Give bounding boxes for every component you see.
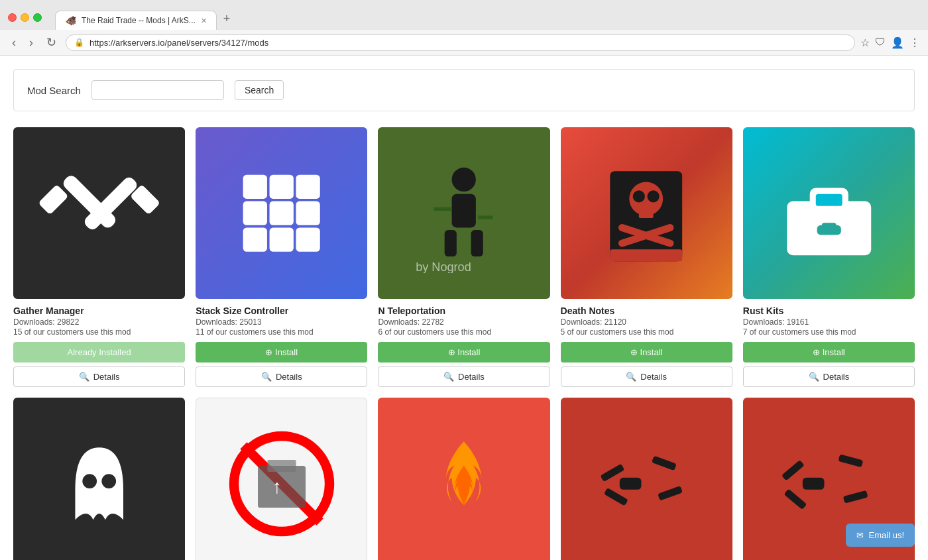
- ssl-icon: 🔒: [74, 38, 84, 47]
- mod-image-gather-manager: [13, 127, 185, 299]
- url-text: https://arkservers.io/panel/servers/3412…: [89, 38, 846, 48]
- bookmark-icon[interactable]: ☆: [860, 36, 870, 49]
- svg-rect-14: [452, 194, 476, 228]
- search-label: Mod Search: [27, 85, 81, 96]
- mod-downloads: Downloads: 21120: [561, 317, 732, 327]
- window-controls: [8, 13, 42, 22]
- mod-customers: 15 of our customers use this mod: [13, 327, 185, 337]
- navigation-bar: ‹ › ↻ 🔒 https://arkservers.io/panel/serv…: [0, 30, 928, 56]
- svg-point-34: [101, 474, 116, 488]
- search-button[interactable]: Search: [235, 80, 284, 100]
- svg-point-22: [633, 190, 645, 202]
- mod-image-rust-kits: [743, 127, 915, 299]
- mod-image-death-notes: [561, 127, 732, 299]
- mod-downloads: Downloads: 19161: [743, 317, 915, 327]
- tab-close-button[interactable]: ✕: [201, 17, 207, 25]
- plus-icon: ⊕: [265, 347, 275, 357]
- search-details-icon: 🔍: [261, 372, 272, 382]
- svg-rect-18: [479, 215, 493, 219]
- plus-icon: ⊕: [448, 347, 458, 357]
- search-details-icon: 🔍: [443, 372, 454, 382]
- svg-rect-17: [434, 207, 452, 211]
- svg-rect-48: [782, 460, 805, 481]
- new-tab-button[interactable]: +: [217, 8, 237, 30]
- svg-rect-24: [639, 211, 654, 218]
- svg-rect-11: [270, 227, 294, 251]
- svg-rect-41: [620, 478, 642, 490]
- mod-name: Death Notes: [561, 306, 732, 316]
- email-us-button[interactable]: ✉ Email us!: [846, 524, 915, 547]
- install-button[interactable]: ⊕ Install: [561, 342, 732, 363]
- svg-rect-50: [842, 490, 868, 504]
- search-input[interactable]: [91, 80, 224, 100]
- mod-downloads: Downloads: 25013: [196, 317, 367, 327]
- mod-image-remover-tool: [561, 398, 732, 560]
- install-button[interactable]: ⊕ Install: [196, 342, 367, 363]
- svg-point-13: [452, 168, 476, 192]
- mod-card-death-notes: Death Notes Downloads: 21120 5 of our cu…: [561, 127, 732, 387]
- mod-card-no-give-notices: ↑ No Give Notices Downloads: 15392 3 of …: [196, 398, 367, 560]
- active-tab[interactable]: 🐗 The Raid Trade -- Mods | ArkS... ✕: [55, 11, 217, 30]
- details-button[interactable]: 🔍 Details: [743, 366, 915, 387]
- details-button[interactable]: 🔍 Details: [561, 366, 732, 387]
- install-button[interactable]: ⊕ Install: [378, 342, 550, 363]
- tab-favicon: 🐗: [65, 15, 76, 26]
- svg-rect-38: [267, 460, 296, 472]
- svg-rect-10: [243, 227, 267, 251]
- svg-rect-27: [610, 249, 683, 261]
- svg-rect-6: [296, 175, 320, 199]
- svg-rect-7: [243, 201, 267, 225]
- nav-icons: ☆ 🛡 👤 ⋮: [860, 36, 920, 49]
- mod-card-quick-smelt: Quick Smelt Downloads: 14800 5 of our cu…: [378, 398, 550, 560]
- mod-image-no-give-notices: ↑: [196, 398, 367, 560]
- menu-icon[interactable]: ⋮: [909, 36, 920, 49]
- profile-icon[interactable]: 👤: [891, 36, 904, 49]
- search-details-icon: 🔍: [79, 372, 89, 382]
- already-installed-button[interactable]: Already Installed: [13, 342, 185, 363]
- search-details-icon: 🔍: [809, 372, 819, 382]
- install-button[interactable]: ⊕ Install: [743, 342, 915, 363]
- svg-rect-9: [296, 201, 320, 225]
- reload-button[interactable]: ↻: [42, 34, 60, 51]
- search-details-icon: 🔍: [626, 372, 636, 382]
- forward-button[interactable]: ›: [25, 34, 37, 51]
- page-content: Mod Search Search Gather Manager Downloa…: [0, 56, 928, 560]
- svg-rect-8: [270, 201, 294, 225]
- svg-text:by Nogrod: by Nogrod: [416, 260, 471, 274]
- svg-rect-1: [39, 184, 69, 215]
- mod-image-stack-size: [196, 127, 367, 299]
- svg-rect-15: [445, 230, 457, 256]
- address-bar[interactable]: 🔒 https://arkservers.io/panel/servers/34…: [66, 34, 855, 51]
- mod-downloads: Downloads: 29822: [13, 317, 185, 327]
- svg-rect-12: [296, 227, 320, 251]
- svg-rect-4: [243, 175, 267, 199]
- mod-card-stack-size: Stack Size Controller Downloads: 25013 1…: [196, 127, 367, 387]
- back-button[interactable]: ‹: [8, 34, 20, 51]
- svg-rect-30: [815, 194, 842, 206]
- mod-name: Stack Size Controller: [196, 306, 367, 316]
- details-button[interactable]: 🔍 Details: [378, 366, 550, 387]
- details-button[interactable]: 🔍 Details: [13, 366, 185, 387]
- svg-rect-16: [471, 230, 483, 256]
- plus-icon: ⊕: [813, 347, 823, 357]
- svg-rect-43: [652, 456, 677, 471]
- shield-icon[interactable]: 🛡: [875, 36, 886, 48]
- minimize-window-button[interactable]: [21, 13, 29, 22]
- mod-card-remover-tool: R-Remover Tool Downloads: 14500 4 of our…: [561, 398, 732, 560]
- mod-downloads: Downloads: 22782: [378, 317, 550, 327]
- search-section: Mod Search Search: [13, 69, 915, 111]
- svg-rect-45: [604, 488, 628, 506]
- mod-card-gather-manager: Gather Manager Downloads: 29822 15 of ou…: [13, 127, 185, 387]
- svg-rect-5: [270, 175, 294, 199]
- plus-icon: ⊕: [630, 347, 640, 357]
- mod-image-vanish: [13, 398, 185, 560]
- title-bar: 🐗 The Raid Trade -- Mods | ArkS... ✕ +: [0, 0, 928, 30]
- svg-rect-49: [838, 454, 863, 467]
- mod-customers: 11 of our customers use this mod: [196, 327, 367, 337]
- mod-name: Rust Kits: [743, 306, 915, 316]
- close-window-button[interactable]: [8, 13, 17, 22]
- details-button[interactable]: 🔍 Details: [196, 366, 367, 387]
- maximize-window-button[interactable]: [33, 13, 42, 22]
- mod-customers: 6 of our customers use this mod: [378, 327, 550, 337]
- mod-card-vanish: Vanish Downloads: 17040 4 of our custome…: [13, 398, 185, 560]
